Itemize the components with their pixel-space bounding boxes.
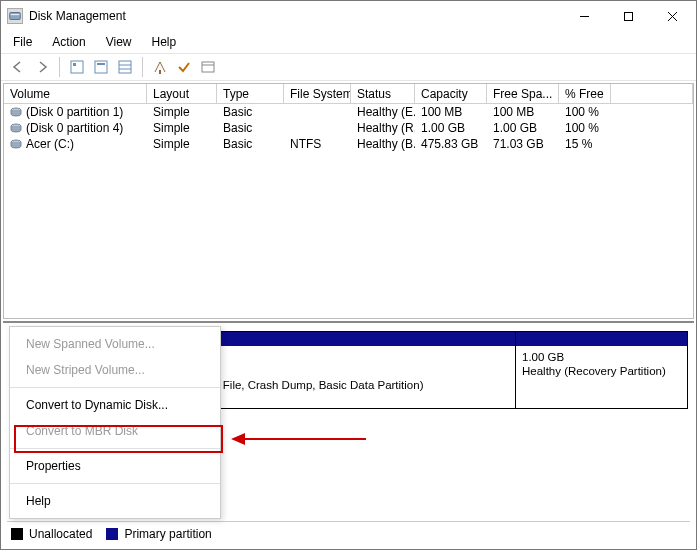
column-header-volume[interactable]: Volume — [4, 84, 147, 104]
volume-icon — [10, 106, 22, 118]
swatch-primary — [106, 528, 118, 540]
cell-free: 100 MB — [487, 105, 559, 119]
partition-size: 1.00 GB — [522, 351, 564, 363]
column-header-type[interactable]: Type — [217, 84, 284, 104]
cell-type: Basic — [217, 137, 284, 151]
swatch-unallocated — [11, 528, 23, 540]
cell-capacity: 475.83 GB — [415, 137, 487, 151]
menu-item-properties[interactable]: Properties — [10, 453, 220, 479]
menubar: File Action View Help — [1, 31, 696, 53]
toolbar — [1, 53, 696, 81]
cell-pct: 15 % — [559, 137, 611, 151]
context-menu: New Spanned Volume... New Striped Volume… — [9, 326, 221, 519]
menu-file[interactable]: File — [5, 33, 40, 51]
svg-rect-10 — [119, 61, 131, 73]
cell-layout: Simple — [147, 121, 217, 135]
svg-rect-6 — [71, 61, 83, 73]
window-title: Disk Management — [29, 9, 126, 23]
svg-rect-13 — [159, 70, 161, 74]
volume-list: Volume Layout Type File System Status Ca… — [3, 83, 694, 319]
cell-layout: Simple — [147, 137, 217, 151]
close-button[interactable] — [650, 2, 694, 30]
cell-type: Basic — [217, 105, 284, 119]
annotation-arrow-icon — [231, 429, 371, 449]
settings-icon[interactable] — [66, 56, 88, 78]
cell-volume: Acer (C:) — [26, 137, 74, 151]
cell-free: 71.03 GB — [487, 137, 559, 151]
toolbar-separator — [142, 57, 143, 77]
table-row[interactable]: (Disk 0 partition 1) Simple Basic Health… — [4, 104, 693, 120]
svg-rect-9 — [97, 63, 105, 65]
menu-item-new-striped: New Striped Volume... — [10, 357, 220, 383]
column-header-capacity[interactable]: Capacity — [415, 84, 487, 104]
minimize-button[interactable] — [562, 2, 606, 30]
cell-capacity: 100 MB — [415, 105, 487, 119]
cell-pct: 100 % — [559, 105, 611, 119]
cell-status: Healthy (E... — [351, 105, 415, 119]
cell-volume: (Disk 0 partition 4) — [26, 121, 123, 135]
column-header-layout[interactable]: Layout — [147, 84, 217, 104]
cell-free: 1.00 GB — [487, 121, 559, 135]
list-view-icon[interactable] — [114, 56, 136, 78]
svg-rect-0 — [10, 13, 21, 20]
svg-rect-3 — [624, 12, 632, 20]
forward-button[interactable] — [31, 56, 53, 78]
menu-separator — [10, 448, 220, 449]
legend: Unallocated Primary partition — [7, 521, 690, 543]
table-row[interactable]: Acer (C:) Simple Basic NTFS Healthy (B..… — [4, 136, 693, 152]
volume-icon — [10, 138, 22, 150]
svg-rect-8 — [95, 61, 107, 73]
check-icon[interactable] — [173, 56, 195, 78]
table-row[interactable]: (Disk 0 partition 4) Simple Basic Health… — [4, 120, 693, 136]
action-icon[interactable] — [149, 56, 171, 78]
cell-volume: (Disk 0 partition 1) — [26, 105, 123, 119]
back-button[interactable] — [7, 56, 29, 78]
cell-capacity: 1.00 GB — [415, 121, 487, 135]
volume-icon — [10, 122, 22, 134]
titlebar: Disk Management — [1, 1, 696, 31]
cell-pct: 100 % — [559, 121, 611, 135]
svg-rect-14 — [202, 62, 214, 72]
column-header-freespace[interactable]: Free Spa... — [487, 84, 559, 104]
partition-box[interactable]: 1.00 GB Healthy (Recovery Partition) — [516, 331, 688, 409]
menu-separator — [10, 483, 220, 484]
partition-status: Healthy (Recovery Partition) — [522, 365, 666, 377]
column-header-filesystem[interactable]: File System — [284, 84, 351, 104]
cell-status: Healthy (B... — [351, 137, 415, 151]
menu-view[interactable]: View — [98, 33, 140, 51]
svg-rect-7 — [73, 63, 76, 66]
legend-primary: Primary partition — [124, 527, 211, 541]
maximize-button[interactable] — [606, 2, 650, 30]
svg-rect-1 — [11, 14, 20, 15]
svg-marker-20 — [231, 433, 245, 445]
toolbar-separator — [59, 57, 60, 77]
menu-item-help[interactable]: Help — [10, 488, 220, 514]
column-header-status[interactable]: Status — [351, 84, 415, 104]
cell-status: Healthy (R... — [351, 121, 415, 135]
cell-type: Basic — [217, 121, 284, 135]
volume-list-header: Volume Layout Type File System Status Ca… — [4, 84, 693, 104]
app-icon — [7, 8, 23, 24]
column-header-pctfree[interactable]: % Free — [559, 84, 611, 104]
menu-item-convert-mbr: Convert to MBR Disk — [10, 418, 220, 444]
cell-fs: NTFS — [284, 137, 351, 151]
menu-separator — [10, 387, 220, 388]
cell-layout: Simple — [147, 105, 217, 119]
refresh-icon[interactable] — [90, 56, 112, 78]
legend-unallocated: Unallocated — [29, 527, 92, 541]
column-header-blank — [611, 84, 693, 104]
properties-icon[interactable] — [197, 56, 219, 78]
menu-action[interactable]: Action — [44, 33, 93, 51]
menu-item-new-spanned: New Spanned Volume... — [10, 331, 220, 357]
volume-rows: (Disk 0 partition 1) Simple Basic Health… — [4, 104, 693, 152]
menu-help[interactable]: Help — [144, 33, 185, 51]
menu-item-convert-dynamic[interactable]: Convert to Dynamic Disk... — [10, 392, 220, 418]
